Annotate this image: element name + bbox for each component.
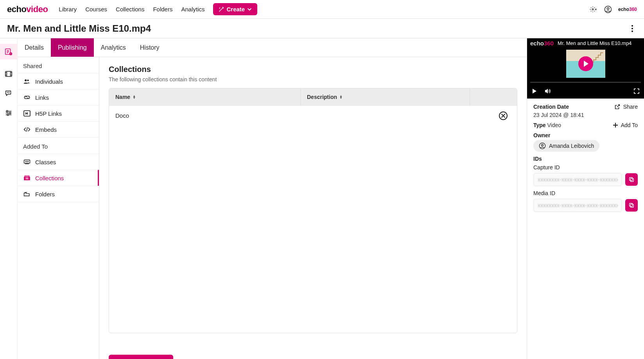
settings-menu[interactable]	[588, 5, 598, 14]
copy-capture-id[interactable]	[625, 173, 638, 186]
video-player: echo360 Mr. Men and Little Miss E10.mp4	[527, 38, 644, 99]
owner-label: Owner	[533, 132, 638, 138]
tab-analytics[interactable]: Analytics	[94, 38, 133, 57]
fullscreen-icon	[633, 88, 640, 94]
svg-rect-20	[630, 204, 633, 207]
user-circle-icon	[539, 142, 546, 149]
col-label: Description	[307, 94, 337, 100]
sidepanel-collections[interactable]: Collections	[18, 170, 99, 186]
media-id-label: Media ID	[533, 190, 638, 196]
brand-badge: echo360	[618, 7, 637, 12]
rail-transcript[interactable]	[4, 88, 14, 99]
people-icon	[23, 78, 31, 85]
top-nav: echovideo Library Courses Collections Fo…	[0, 0, 644, 19]
creation-date-label: Creation Date	[533, 104, 569, 110]
section-added: Added To	[18, 137, 99, 154]
nav-library[interactable]: Library	[59, 6, 77, 13]
sort-icon: ▲▼	[133, 95, 136, 99]
owner-chip[interactable]: Amanda Leibovich	[533, 140, 599, 152]
content-subtitle: The following collections contain this c…	[109, 76, 517, 83]
add-to-collection-button[interactable]: Add To A Collection	[109, 355, 173, 359]
volume-control[interactable]	[544, 88, 551, 95]
sidepanel-links[interactable]: Links	[18, 89, 99, 105]
more-menu[interactable]	[628, 24, 637, 33]
info-card-icon	[4, 47, 13, 56]
sort-icon: ▲▼	[339, 95, 343, 99]
nav-folders[interactable]: Folders	[153, 6, 172, 13]
svg-point-17	[542, 144, 544, 146]
x-icon	[501, 114, 505, 118]
owner-name: Amanda Leibovich	[549, 143, 594, 149]
svg-point-2	[607, 7, 609, 9]
sidepanel-h5p-links[interactable]: H5P Links	[18, 105, 99, 121]
chevron-down-icon	[247, 7, 252, 12]
rail-media[interactable]	[4, 69, 14, 79]
publishing-sidepanel: Shared Individuals Links H5P Links Embed…	[18, 57, 99, 359]
sidepanel-item-label: Folders	[35, 191, 55, 197]
col-actions	[470, 88, 517, 106]
svg-point-6	[7, 111, 8, 112]
svg-rect-5	[5, 72, 12, 77]
svg-rect-21	[630, 203, 633, 206]
svg-point-10	[27, 80, 29, 81]
logo[interactable]: echovideo	[7, 4, 48, 14]
svg-rect-18	[630, 178, 633, 181]
svg-point-13	[25, 161, 26, 162]
share-label: Share	[623, 104, 638, 110]
rail-settings[interactable]	[4, 108, 14, 118]
sidepanel-individuals[interactable]: Individuals	[18, 73, 99, 89]
sidepanel-classes[interactable]: Classes	[18, 154, 99, 170]
media-id-field[interactable]	[533, 199, 622, 212]
magic-wand-icon	[219, 7, 224, 12]
sidepanel-item-label: Individuals	[35, 78, 63, 85]
tab-publishing[interactable]: Publishing	[51, 38, 94, 57]
nav-analytics[interactable]: Analytics	[181, 6, 205, 13]
tabs: Details Publishing Analytics History	[18, 38, 527, 57]
col-label: Name	[115, 94, 130, 100]
account-menu[interactable]	[603, 5, 613, 14]
sidepanel-folders[interactable]: Folders	[18, 186, 99, 202]
collections-table: Name ▲▼ Description ▲▼ Doco	[109, 88, 517, 333]
svg-point-7	[9, 112, 11, 114]
nav-courses[interactable]: Courses	[85, 6, 107, 13]
create-button[interactable]: Create	[213, 3, 257, 15]
share-icon	[614, 103, 621, 110]
add-to-button[interactable]: Add To	[612, 122, 638, 128]
add-to-label: Add To	[621, 122, 638, 128]
nav-links: Library Courses Collections Folders Anal…	[59, 6, 205, 13]
sidepanel-embeds[interactable]: Embeds	[18, 121, 99, 137]
remove-button[interactable]	[499, 111, 508, 120]
icon-rail	[0, 38, 18, 359]
sidepanel-item-label: Collections	[35, 175, 64, 181]
play-control[interactable]	[531, 88, 538, 95]
copy-icon	[628, 202, 635, 208]
progress-bar[interactable]	[530, 82, 641, 83]
copy-icon	[628, 176, 635, 183]
play-button[interactable]	[578, 56, 593, 71]
ids-label: IDs	[533, 156, 638, 162]
video-thumbnail[interactable]	[566, 50, 605, 78]
type-value: Video	[547, 122, 561, 128]
sidepanel-item-label: H5P Links	[35, 110, 62, 117]
meta-panel: Creation Date Share 23 Jul 2024 @ 18:41 …	[527, 99, 644, 218]
share-button[interactable]: Share	[614, 103, 638, 110]
copy-media-id[interactable]	[625, 199, 638, 212]
table-header: Name ▲▼ Description ▲▼	[109, 88, 517, 106]
capture-id-field[interactable]	[533, 173, 622, 186]
fullscreen-control[interactable]	[633, 88, 640, 95]
film-icon	[4, 70, 13, 78]
create-label: Create	[226, 6, 245, 13]
tab-details[interactable]: Details	[18, 38, 51, 57]
svg-point-15	[28, 161, 29, 162]
type-label: Type	[533, 122, 546, 128]
title-bar: Mr. Men and Little Miss E10.mp4	[0, 19, 644, 38]
sidepanel-item-label: Links	[35, 94, 49, 101]
col-name[interactable]: Name ▲▼	[109, 88, 301, 106]
col-description[interactable]: Description ▲▼	[301, 88, 470, 106]
tab-history[interactable]: History	[133, 38, 167, 57]
rail-info[interactable]	[0, 44, 18, 59]
transcript-icon	[4, 89, 13, 98]
sidepanel-item-label: Classes	[35, 159, 56, 165]
nav-collections[interactable]: Collections	[116, 6, 144, 13]
user-circle-icon	[604, 5, 612, 13]
